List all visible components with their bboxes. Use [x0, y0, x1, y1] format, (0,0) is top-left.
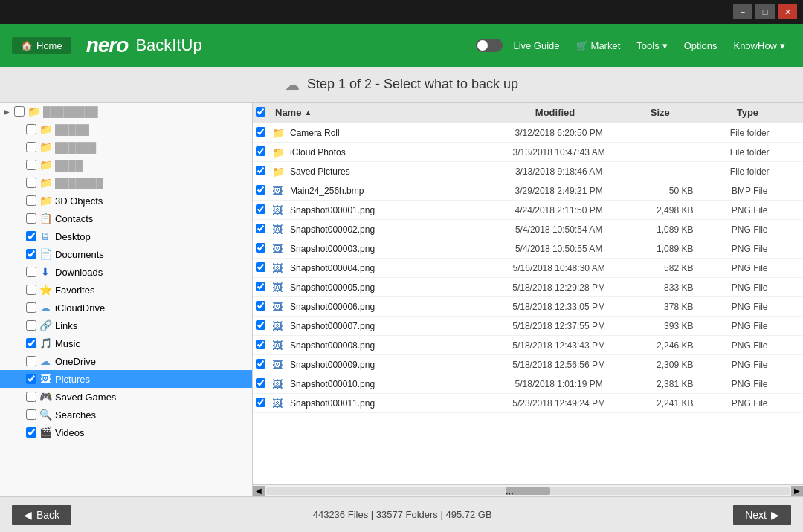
- tree-checkbox-pictures[interactable]: [26, 374, 36, 384]
- table-row[interactable]: 🖼 Snapshot000007.png 5/18/2018 12:37:55 …: [253, 317, 803, 336]
- tools-button[interactable]: Tools ▾: [631, 37, 673, 54]
- tree-checkbox-1[interactable]: [14, 106, 25, 117]
- row-checkbox[interactable]: [256, 359, 265, 369]
- back-button[interactable]: ◀ Back: [12, 505, 71, 525]
- col-type-header[interactable]: Type: [695, 107, 800, 118]
- table-row[interactable]: 🖼 Snapshot000004.png 5/16/2018 10:48:30 …: [253, 259, 803, 278]
- tree-item-music[interactable]: 🎵 Music: [0, 334, 252, 352]
- logo-nero: nero: [86, 33, 129, 57]
- cell-modified: 5/18/2018 12:33:05 PM: [491, 302, 626, 312]
- row-checkbox[interactable]: [256, 320, 265, 330]
- tree-checkbox-3dobjects[interactable]: [26, 195, 36, 206]
- tree-checkbox-3[interactable]: [26, 142, 36, 152]
- tree-item-downloads[interactable]: ⬇ Downloads: [0, 263, 252, 281]
- tree-item-3[interactable]: 📁 ██████: [0, 138, 252, 156]
- row-checkbox[interactable]: [256, 398, 265, 407]
- col-size-header[interactable]: Size: [625, 107, 695, 118]
- tree-item-icloud[interactable]: ☁ iCloudDrive: [0, 299, 252, 317]
- row-checkbox[interactable]: [256, 185, 265, 195]
- tree-checkbox-4[interactable]: [26, 160, 36, 170]
- tree-item-contacts[interactable]: 📋 Contacts: [0, 210, 252, 227]
- tree-item-searches[interactable]: 🔍 Searches: [0, 406, 252, 424]
- tree-item-videos[interactable]: 🎬 Videos: [0, 424, 252, 441]
- tree-checkbox-2[interactable]: [26, 124, 36, 134]
- table-row[interactable]: 🖼 Snapshot000010.png 5/18/2018 1:01:19 P…: [253, 374, 803, 394]
- image-icon: 🖼: [272, 320, 287, 332]
- home-button[interactable]: 🏠 Home: [12, 37, 71, 54]
- table-row[interactable]: 🖼 Snapshot000005.png 5/18/2018 12:29:28 …: [253, 278, 803, 297]
- tree-item-savedgames[interactable]: 🎮 Saved Games: [0, 388, 252, 406]
- row-checkbox[interactable]: [256, 204, 265, 214]
- cell-size: 2,246 KB: [626, 340, 699, 351]
- scroll-right-button[interactable]: ▶: [791, 486, 803, 496]
- row-checkbox[interactable]: [256, 146, 265, 156]
- tree-checkbox-5[interactable]: [26, 178, 36, 188]
- row-checkbox[interactable]: [256, 340, 265, 349]
- cell-name: iCloud Photos: [290, 147, 491, 158]
- row-checkbox[interactable]: [256, 224, 265, 233]
- image-icon: 🖼: [272, 243, 287, 255]
- table-row[interactable]: 🖼 Snapshot000009.png 5/18/2018 12:56:56 …: [253, 355, 803, 374]
- tree-item-desktop[interactable]: 🖥 Desktop: [0, 227, 252, 245]
- tree-checkbox-onedrive[interactable]: [26, 356, 36, 366]
- cell-type: PNG File: [699, 282, 800, 293]
- tree-item-documents[interactable]: 📄 Documents: [0, 245, 252, 263]
- col-name-header[interactable]: Name ▲: [272, 107, 485, 118]
- horizontal-scrollbar[interactable]: ◀ ··· ▶: [253, 484, 803, 496]
- tree-checkbox-downloads[interactable]: [26, 267, 36, 277]
- tree-item-pictures[interactable]: 🖼 Pictures: [0, 370, 252, 388]
- table-row[interactable]: 🖼 Snapshot000002.png 5/4/2018 10:50:54 A…: [253, 220, 803, 239]
- table-row[interactable]: 📁 Camera Roll 3/12/2018 6:20:50 PM File …: [253, 123, 803, 143]
- row-checkbox[interactable]: [256, 282, 265, 291]
- tree-checkbox-contacts[interactable]: [26, 213, 36, 224]
- cell-size: 582 KB: [626, 263, 699, 273]
- tree-item-3dobjects[interactable]: 📁 3D Objects: [0, 192, 252, 210]
- tree-checkbox-videos[interactable]: [26, 427, 36, 438]
- select-all-checkbox[interactable]: [256, 107, 265, 117]
- row-checkbox[interactable]: [256, 301, 265, 311]
- table-row[interactable]: 📁 Saved Pictures 3/13/2018 9:18:46 AM Fi…: [253, 162, 803, 181]
- tree-checkbox-favorites[interactable]: [26, 285, 36, 295]
- table-row[interactable]: 🖼 Snapshot000011.png 5/23/2018 12:49:24 …: [253, 394, 803, 413]
- tree-item-1[interactable]: ▶ 📁 ████████: [0, 103, 252, 120]
- tree-item-links[interactable]: 🔗 Links: [0, 317, 252, 334]
- table-row[interactable]: 🖼 Snapshot000003.png 5/4/2018 10:50:55 A…: [253, 239, 803, 259]
- close-button[interactable]: ✕: [778, 4, 797, 19]
- main-content: ▶ 📁 ████████ 📁 █████ 📁 ██████ 📁 ████: [0, 103, 803, 496]
- cell-modified: 5/18/2018 12:37:55 PM: [491, 321, 626, 331]
- tree-item-4[interactable]: 📁 ████: [0, 156, 252, 174]
- maximize-button[interactable]: □: [755, 4, 775, 19]
- tree-checkbox-links[interactable]: [26, 320, 36, 331]
- tree-checkbox-icloud[interactable]: [26, 302, 36, 313]
- tree-checkbox-searches[interactable]: [26, 409, 36, 420]
- knowhow-button[interactable]: KnowHow ▾: [727, 37, 791, 54]
- scroll-left-button[interactable]: ◀: [253, 486, 265, 496]
- tree-item-onedrive[interactable]: ☁ OneDrive: [0, 352, 252, 370]
- col-modified-header[interactable]: Modified: [485, 107, 625, 118]
- table-row[interactable]: 🖼 Main24_256h.bmp 3/29/2018 2:49:21 PM 5…: [253, 181, 803, 201]
- table-row[interactable]: 🖼 Snapshot000001.png 4/24/2018 2:11:50 P…: [253, 201, 803, 220]
- row-checkbox[interactable]: [256, 378, 265, 388]
- row-checkbox[interactable]: [256, 243, 265, 253]
- tree-checkbox-documents[interactable]: [26, 249, 36, 259]
- folder-icon: 📁: [39, 123, 52, 136]
- tree-checkbox-desktop[interactable]: [26, 231, 36, 241]
- options-button[interactable]: Options: [678, 37, 723, 54]
- row-checkbox[interactable]: [256, 166, 265, 175]
- next-button[interactable]: Next ▶: [733, 505, 791, 525]
- live-guide-toggle[interactable]: [476, 39, 503, 52]
- tree-item-2[interactable]: 📁 █████: [0, 120, 252, 138]
- table-row[interactable]: 🖼 Snapshot000006.png 5/18/2018 12:33:05 …: [253, 297, 803, 317]
- market-button[interactable]: 🛒 Market: [570, 37, 627, 54]
- row-checkbox[interactable]: [256, 262, 265, 272]
- minimize-button[interactable]: −: [733, 4, 752, 19]
- tree-item-favorites[interactable]: ⭐ Favorites: [0, 281, 252, 299]
- videos-icon: 🎬: [39, 426, 52, 439]
- tree-checkbox-music[interactable]: [26, 338, 36, 348]
- table-row[interactable]: 📁 iCloud Photos 3/13/2018 10:47:43 AM Fi…: [253, 143, 803, 162]
- tree-checkbox-savedgames[interactable]: [26, 392, 36, 402]
- row-checkbox[interactable]: [256, 127, 265, 137]
- table-row[interactable]: 🖼 Snapshot000008.png 5/18/2018 12:43:43 …: [253, 336, 803, 355]
- tree-item-5[interactable]: 📁 ███████: [0, 174, 252, 192]
- expand-arrow: [13, 142, 24, 152]
